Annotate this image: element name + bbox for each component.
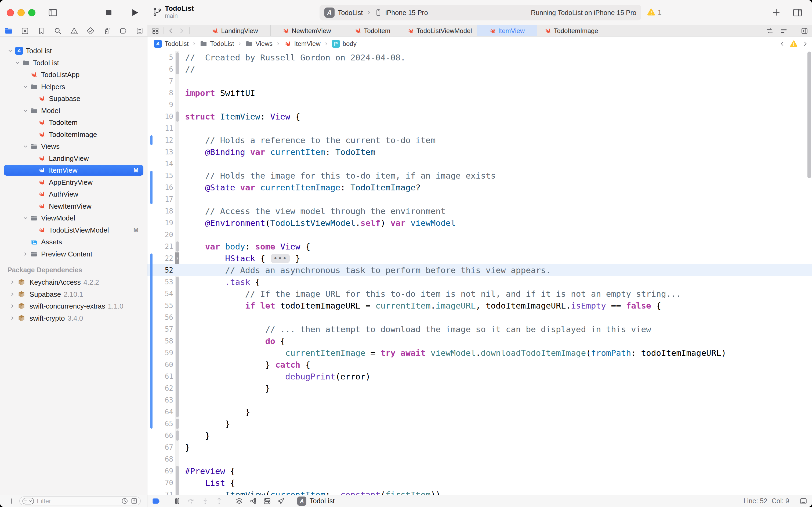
code-line-70[interactable]: 70 List { — [148, 477, 812, 489]
code-line-69[interactable]: 69#Preview { — [148, 465, 812, 477]
sidebar-item-AuthView[interactable]: AuthView — [4, 189, 143, 200]
scheme-name[interactable]: TodoList — [338, 9, 363, 17]
code-line-68[interactable]: 68 — [148, 453, 812, 465]
code-line-64[interactable]: 64 } — [148, 406, 812, 418]
chevron-right-icon[interactable] — [10, 316, 15, 321]
chevron-down-icon[interactable] — [23, 144, 28, 149]
tab-TodoListViewModel[interactable]: TodoListViewModel — [402, 25, 477, 36]
code-line-16[interactable]: 16 @State var currentItemImage: TodoItem… — [148, 181, 812, 193]
code-line-20[interactable]: 20 — [148, 229, 812, 241]
sidebar-item-Preview-Content[interactable]: Preview Content — [4, 249, 143, 260]
sidebar-item-Supabase[interactable]: Supabase — [4, 93, 143, 104]
code-line-15[interactable]: 15 // Holds the image for this to-do ite… — [148, 170, 812, 181]
view-hierarchy-icon[interactable] — [235, 497, 243, 505]
tab-LandingView[interactable]: LandingView — [199, 25, 271, 36]
package-swift-crypto[interactable]: swift-crypto3.4.0 — [0, 313, 147, 324]
code-line-65[interactable]: 65 } — [148, 418, 812, 430]
code-line-8[interactable]: 8import SwiftUI — [148, 87, 812, 99]
sidebar-item-TodoListApp[interactable]: TodoListApp — [4, 69, 143, 80]
memory-graph-icon[interactable] — [249, 497, 257, 505]
chevron-right-icon[interactable] — [10, 292, 15, 297]
run-button[interactable] — [129, 7, 139, 18]
folded-code-pill[interactable]: ••• — [271, 254, 290, 263]
code-line-19[interactable]: 19 @Environment(TodoListViewModel.self) … — [148, 217, 812, 229]
minimize-window-button[interactable] — [17, 9, 25, 16]
warning-icon[interactable] — [790, 40, 798, 48]
breakpoints-toggle-icon[interactable] — [152, 497, 161, 505]
sidebar-item-Helpers[interactable]: Helpers — [4, 81, 143, 92]
toggle-right-sidebar-button[interactable] — [792, 7, 803, 18]
sidebar-item-AppEntryView[interactable]: AppEntryView — [4, 177, 143, 188]
step-over-icon[interactable] — [187, 497, 195, 505]
sidebar-item-TodoList[interactable]: TodoList — [4, 57, 143, 68]
next-issue-button[interactable] — [802, 41, 808, 47]
chevron-down-icon[interactable] — [7, 48, 13, 53]
code-line-71[interactable]: 71 ItemView(currentItem: .constant(first… — [148, 489, 812, 495]
new-tab-button[interactable] — [772, 8, 781, 17]
tab-ItemView[interactable]: ItemView — [477, 25, 537, 36]
breadcrumb-item-TodoList[interactable]: TodoList — [200, 40, 234, 48]
chevron-down-icon[interactable] — [23, 84, 28, 90]
code-line-67[interactable]: 67} — [148, 442, 812, 453]
code-line-55[interactable]: 55 if let todoItemImageURL = currentItem… — [148, 300, 812, 312]
package-KeychainAccess[interactable]: KeychainAccess4.2.2 — [0, 277, 147, 288]
chevron-down-icon[interactable] — [15, 60, 20, 65]
zoom-window-button[interactable] — [28, 9, 36, 16]
code-line-22[interactable]: 22 HStack { ••• } — [148, 252, 812, 264]
code-line-56[interactable]: 56 — [148, 312, 812, 323]
code-line-11[interactable]: 11 — [148, 122, 812, 134]
sidebar-item-Assets[interactable]: Assets — [4, 237, 143, 247]
tab-TodoItemImage[interactable]: TodoItemImage — [537, 25, 606, 36]
sidebar-item-TodoItem[interactable]: TodoItem — [4, 117, 143, 128]
code-line-60[interactable]: 60 } catch { — [148, 359, 812, 371]
fold-disclosure-marker[interactable] — [175, 252, 179, 264]
code-line-12[interactable]: 12 // Holds a reference to the current t… — [148, 134, 812, 146]
code-line-18[interactable]: 18 // Access the view model through the … — [148, 205, 812, 217]
code-line-52[interactable]: 52 // Adds an asynchronous task to perfo… — [148, 264, 812, 276]
sidebar-item-Views[interactable]: Views — [4, 141, 143, 152]
chevron-down-icon[interactable] — [23, 108, 28, 113]
project-navigator-icon[interactable] — [4, 26, 13, 35]
editor-options-icon[interactable] — [780, 27, 788, 35]
split-editor-icon[interactable] — [801, 27, 808, 35]
source-control-status-icon[interactable] — [130, 497, 138, 505]
code-line-6[interactable]: 6// — [148, 63, 812, 75]
chevron-right-icon[interactable] — [23, 251, 28, 257]
stop-button[interactable] — [104, 8, 113, 17]
code-line-21[interactable]: 21 var body: some View { — [148, 241, 812, 252]
chevron-down-icon[interactable] — [23, 215, 28, 221]
filter-icon[interactable] — [22, 498, 34, 505]
debug-gauge-icon[interactable] — [103, 26, 111, 35]
related-items-icon[interactable] — [152, 27, 159, 35]
sidebar-item-NewItemView[interactable]: NewItemView — [4, 201, 143, 212]
code-line-13[interactable]: 13 @Binding var currentItem: TodoItem — [148, 146, 812, 158]
reports-icon[interactable] — [135, 26, 144, 35]
code-line-66[interactable]: 66 } — [148, 430, 812, 442]
code-line-10[interactable]: 10struct ItemView: View { — [148, 111, 812, 122]
toggle-debug-area-icon[interactable] — [799, 497, 808, 505]
warning-count-badge[interactable]: 1 — [647, 7, 661, 17]
code-line-14[interactable]: 14 — [148, 158, 812, 170]
pause-icon[interactable] — [173, 497, 181, 505]
code-line-5[interactable]: 5// Created by Russell Gordon on 2024-04… — [148, 52, 812, 63]
go-back-button[interactable] — [167, 27, 175, 35]
source-editor[interactable]: 5// Created by Russell Gordon on 2024-04… — [148, 51, 812, 495]
breadcrumb-item-TodoList[interactable]: ATodoList — [154, 40, 188, 48]
code-line-63[interactable]: 63 — [148, 394, 812, 406]
code-line-53[interactable]: 53 .task { — [148, 276, 812, 288]
tab-NewItemView[interactable]: NewItemView — [271, 25, 343, 36]
running-app-chip[interactable]: ATodoList — [297, 497, 335, 506]
code-line-57[interactable]: 57 // ... then attempt to download the i… — [148, 323, 812, 335]
simulator-location-icon[interactable] — [277, 497, 285, 505]
code-line-61[interactable]: 61 debugPrint(error) — [148, 371, 812, 382]
chevron-right-icon[interactable] — [10, 280, 15, 285]
run-destination[interactable]: iPhone 15 Pro — [385, 9, 428, 17]
step-into-icon[interactable] — [201, 497, 209, 505]
sidebar-item-TodoItemImage[interactable]: TodoItemImage — [4, 129, 143, 140]
chevron-right-icon[interactable] — [10, 303, 15, 309]
sidebar-item-Model[interactable]: Model — [4, 105, 143, 116]
filter-field[interactable] — [19, 497, 141, 505]
tab-TodoItem[interactable]: TodoItem — [343, 25, 402, 36]
close-window-button[interactable] — [7, 9, 14, 16]
previous-issue-button[interactable] — [779, 41, 786, 47]
